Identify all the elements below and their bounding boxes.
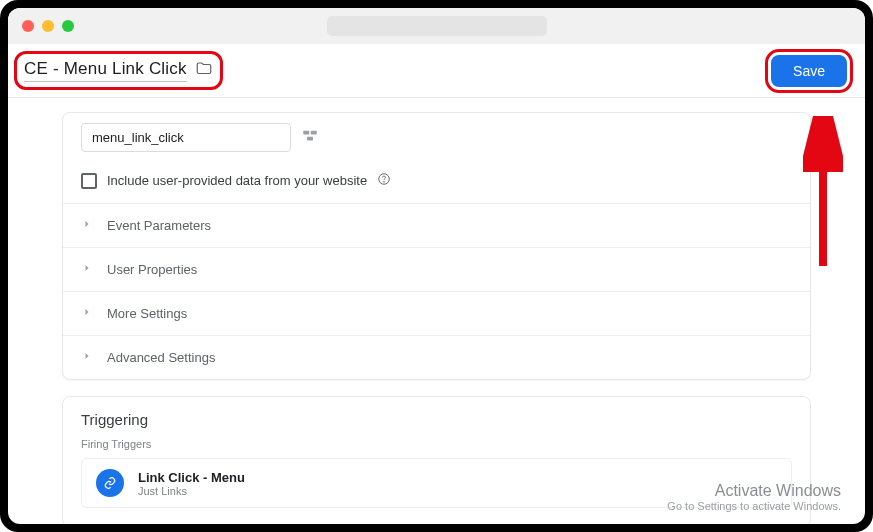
save-button[interactable]: Save [771,55,847,87]
firing-trigger-item[interactable]: Link Click - Menu Just Links [81,458,792,508]
variable-picker-icon[interactable] [301,127,319,149]
window-close-icon[interactable] [22,20,34,32]
include-user-data-checkbox[interactable] [81,173,97,189]
chevron-right-icon [81,262,93,277]
svg-point-4 [384,182,385,183]
url-bar[interactable] [327,16,547,36]
include-user-data-label: Include user-provided data from your web… [107,173,367,188]
section-advanced-settings[interactable]: Advanced Settings [63,335,810,379]
chevron-right-icon [81,350,93,365]
window-titlebar [8,8,865,44]
svg-rect-0 [303,130,309,134]
tag-name-field[interactable]: CE - Menu Link Click [18,55,219,86]
svg-rect-2 [307,136,313,140]
triggering-heading: Triggering [81,411,792,428]
window-maximize-icon[interactable] [62,20,74,32]
link-icon [96,469,124,497]
svg-rect-1 [311,130,317,134]
chevron-right-icon [81,218,93,233]
tag-config-card: menu_link_click Include user-provided da… [62,112,811,380]
include-user-data-row[interactable]: Include user-provided data from your web… [63,162,810,203]
section-user-properties[interactable]: User Properties [63,247,810,291]
event-name-value: menu_link_click [92,130,184,145]
tag-name-text: CE - Menu Link Click [24,59,187,82]
triggering-card: Triggering Firing Triggers Link Click - … [62,396,811,524]
section-more-settings[interactable]: More Settings [63,291,810,335]
event-name-input[interactable]: menu_link_click [81,123,291,152]
window-minimize-icon[interactable] [42,20,54,32]
help-icon[interactable] [377,172,391,189]
folder-icon[interactable] [195,60,213,82]
trigger-type: Just Links [138,485,245,497]
triggering-subheading: Firing Triggers [81,438,792,450]
chevron-right-icon [81,306,93,321]
section-event-parameters[interactable]: Event Parameters [63,203,810,247]
trigger-name: Link Click - Menu [138,470,245,485]
